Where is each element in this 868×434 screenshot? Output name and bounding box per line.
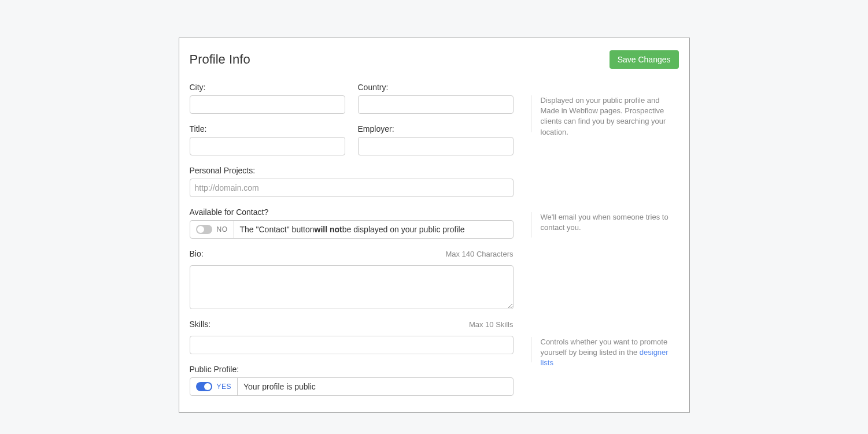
country-label: Country:: [358, 83, 514, 92]
page-title: Profile Info: [190, 52, 250, 67]
employer-label: Employer:: [358, 124, 514, 133]
contact-desc-prefix: The "Contact" button: [240, 225, 315, 234]
contact-desc-bold: will not: [315, 225, 342, 234]
public-toggle-row: YES Your profile is public: [190, 377, 514, 396]
bio-label: Bio:: [190, 249, 204, 258]
country-input[interactable]: [358, 95, 514, 114]
title-input[interactable]: [190, 137, 345, 155]
projects-input[interactable]: [190, 179, 514, 197]
contact-toggle-state: NO: [217, 225, 228, 233]
public-toggle[interactable]: [196, 382, 212, 391]
employer-input[interactable]: [358, 137, 514, 155]
public-toggle-state: YES: [217, 383, 232, 391]
contact-toggle-row: NO The "Contact" button will not be disp…: [190, 220, 514, 239]
city-help-text: Displayed on your public profile and Mad…: [531, 95, 679, 132]
contact-label: Available for Contact?: [190, 207, 514, 217]
city-label: City:: [190, 83, 345, 92]
public-toggle-desc: Your profile is public: [238, 378, 512, 395]
public-help-text: Controls whether you want to promote you…: [531, 337, 679, 362]
bio-textarea[interactable]: [190, 265, 514, 309]
save-changes-button[interactable]: Save Changes: [610, 50, 679, 69]
title-help-spacer: [531, 132, 679, 175]
public-label: Public Profile:: [190, 365, 514, 374]
contact-toggle[interactable]: [196, 225, 212, 234]
city-input[interactable]: [190, 95, 345, 114]
skills-input[interactable]: [190, 336, 514, 354]
contact-toggle-desc: The "Contact" button will not be display…: [234, 221, 513, 238]
contact-desc-suffix: be displayed on your public profile: [342, 225, 465, 234]
bio-hint: Max 140 Characters: [445, 250, 513, 258]
title-label: Title:: [190, 124, 345, 133]
projects-help-spacer: [531, 175, 679, 212]
profile-info-panel: Profile Info Save Changes City: Country:: [179, 38, 690, 413]
skills-help-spacer: [531, 302, 679, 337]
contact-help-text: We'll email you when someone tries to co…: [531, 212, 679, 238]
bio-help-spacer: [531, 238, 679, 302]
skills-hint: Max 10 Skills: [469, 320, 514, 329]
projects-label: Personal Projects:: [190, 166, 514, 175]
skills-label: Skills:: [190, 320, 211, 329]
